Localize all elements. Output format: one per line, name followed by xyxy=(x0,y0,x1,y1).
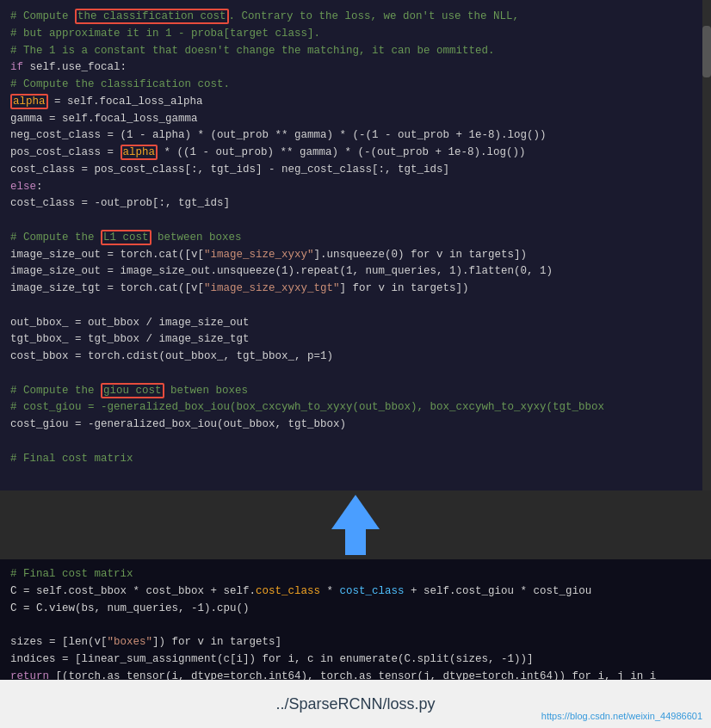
code-line-14: image_size_out = torch.cat([v["image_siz… xyxy=(10,247,701,264)
highlight-giou-cost: giou cost xyxy=(101,383,164,398)
code-line-17: out_bbox_ = out_bbox / image_size_out xyxy=(10,315,701,332)
footer: ../SparseRCNN/loss.py https://blog.csdn.… xyxy=(0,680,711,728)
code-line-8: neg_cost_class = (1 - alpha) * (out_prob… xyxy=(10,127,701,145)
code-content-bottom: # Final cost matrix C = self.cost_bbox *… xyxy=(0,559,711,680)
bottom-line-4: sizes = [len(v["boxes"]) for v in target… xyxy=(10,634,701,651)
scrollbar-thumb[interactable] xyxy=(702,26,711,77)
bottom-line-1: # Final cost matrix xyxy=(10,566,701,583)
highlight-l1-cost: L1 cost xyxy=(101,230,151,245)
footer-title: ../SparseRCNN/loss.py xyxy=(275,695,435,713)
code-line-15: image_size_out = image_size_out.unsqueez… xyxy=(10,263,701,281)
code-line-1: # Compute the classification cost. Contr… xyxy=(10,9,701,26)
highlight-alpha-1: alpha xyxy=(10,94,48,109)
code-line-empty-3 xyxy=(10,366,701,383)
code-line-4: if self.use_focal: xyxy=(10,59,701,77)
code-line-18: tgt_bbox_ = tgt_bbox / image_size_tgt xyxy=(10,331,701,349)
code-panel-bottom: # Final cost matrix C = self.cost_bbox *… xyxy=(0,559,711,680)
code-line-16: image_size_tgt = torch.cat([v["image_siz… xyxy=(10,281,701,298)
code-line-13: # Compute the L1 cost between boxes xyxy=(10,230,701,247)
code-line-6: alpha = self.focal_loss_alpha xyxy=(10,94,701,111)
code-line-empty-1 xyxy=(10,213,701,230)
arrow-head xyxy=(331,495,380,529)
code-panel-top: # Compute the classification cost. Contr… xyxy=(0,0,711,490)
code-line-empty-4 xyxy=(10,434,701,451)
bottom-line-2: C = self.cost_bbox * cost_bbox + self.co… xyxy=(10,583,701,601)
footer-link[interactable]: https://blog.csdn.net/weixin_44986601 xyxy=(541,711,702,721)
bottom-line-empty xyxy=(10,617,701,634)
bottom-line-3: C = C.view(bs, num_queries, -1).cpu() xyxy=(10,601,701,618)
code-line-10: cost_class = pos_cost_class[:, tgt_ids] … xyxy=(10,162,701,179)
code-content-top: # Compute the classification cost. Contr… xyxy=(0,0,711,476)
code-line-22: cost_giou = -generalized_box_iou(out_bbo… xyxy=(10,416,701,434)
bottom-line-6: return [(torch.as_tensor(i, dtype=torch.… xyxy=(10,669,701,681)
code-line-20: # Compute the giou cost betwen boxes xyxy=(10,383,701,400)
bottom-line-5: indices = [linear_sum_assignment(c[i]) f… xyxy=(10,651,701,669)
comment-span: # Compute xyxy=(10,10,75,22)
arrow-body xyxy=(331,495,380,555)
code-line-21: # cost_giou = -generalized_box_iou(box_c… xyxy=(10,399,701,416)
code-line-2: # but approximate it in 1 - proba[target… xyxy=(10,26,701,43)
self-cost-class: cost_class xyxy=(340,585,405,597)
arrow-shaft xyxy=(345,529,366,555)
arrow-section xyxy=(0,490,711,559)
code-line-5: # Compute the classification cost. xyxy=(10,77,701,94)
code-line-9: pos_cost_class = alpha * ((1 - out_prob)… xyxy=(10,145,701,162)
code-line-empty-2 xyxy=(10,298,701,315)
code-line-3: # The 1 is a constant that doesn't chang… xyxy=(10,43,701,60)
highlight-alpha-2: alpha xyxy=(121,145,158,160)
code-line-12: cost_class = -out_prob[:, tgt_ids] xyxy=(10,195,701,213)
highlight-cost-class: cost_class xyxy=(256,585,320,597)
code-line-11: else: xyxy=(10,179,701,196)
code-line-7: gamma = self.focal_loss_gamma xyxy=(10,111,701,128)
code-line-19: cost_bbox = torch.cdist(out_bbox_, tgt_b… xyxy=(10,349,701,366)
highlight-classification-cost: the classification cost xyxy=(75,9,229,24)
scrollbar[interactable] xyxy=(702,0,711,490)
code-line-23: # Final cost matrix xyxy=(10,451,701,468)
main-container: # Compute the classification cost. Contr… xyxy=(0,0,711,728)
